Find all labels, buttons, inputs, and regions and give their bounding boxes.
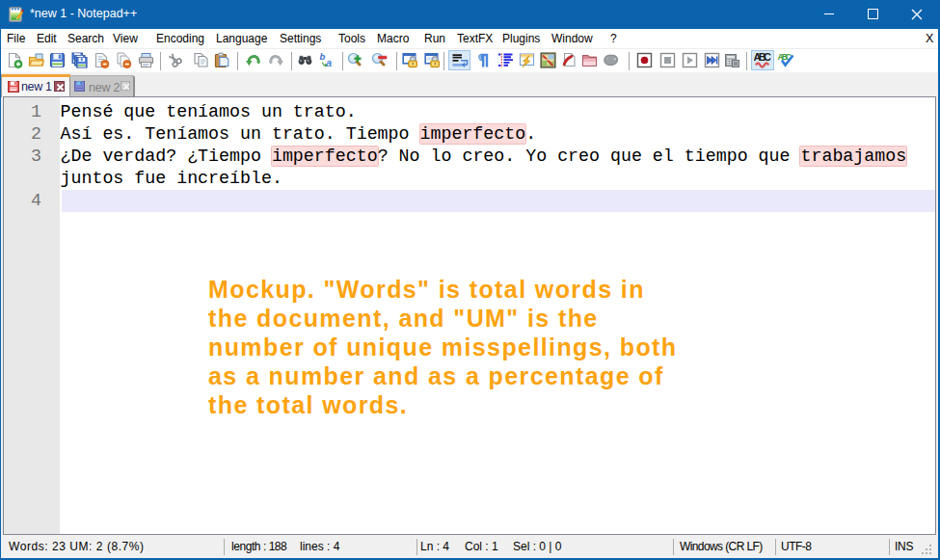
svg-text:a: a (326, 57, 332, 68)
svg-text:b: b (320, 52, 326, 62)
svg-text:ABC: ABC (754, 52, 771, 63)
